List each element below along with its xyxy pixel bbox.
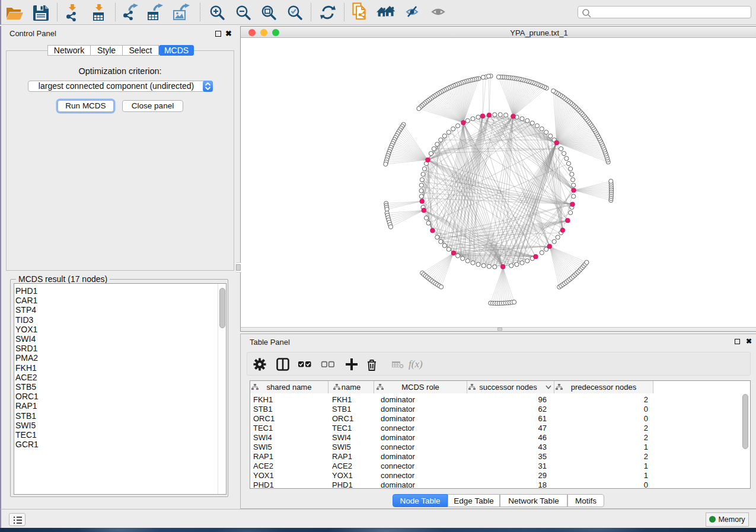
svg-text:f(x): f(x) xyxy=(409,358,423,370)
